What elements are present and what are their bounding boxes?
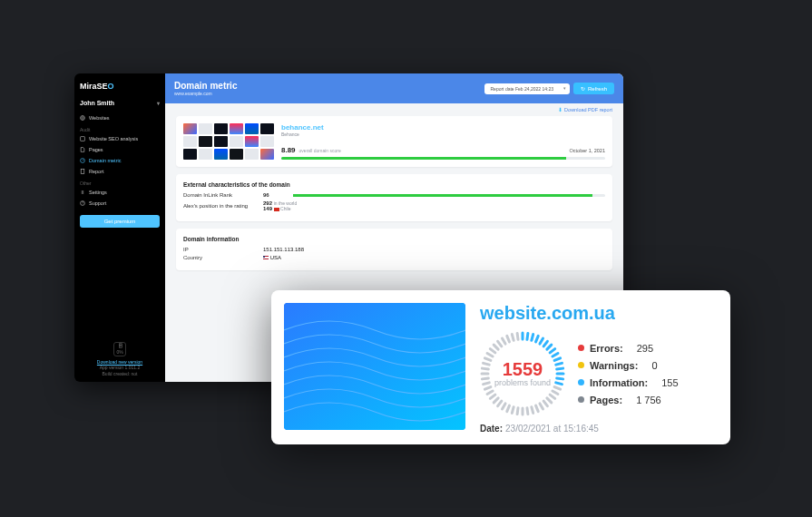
- overall-score-date: October 1, 2021: [570, 148, 605, 153]
- dot-info-icon: [578, 379, 584, 385]
- get-premium-button[interactable]: Get premium: [80, 215, 160, 228]
- dot-error-icon: [578, 345, 584, 351]
- refresh-icon: ↻: [581, 85, 585, 92]
- table-row: Country USA: [183, 255, 605, 260]
- settings-icon: [80, 190, 85, 195]
- stat-errors: Errors: 295: [578, 343, 679, 354]
- gauge-label: problems found: [494, 378, 551, 387]
- chevron-down-icon: ▾: [157, 100, 160, 106]
- sidebar-item-label: Domain metric: [89, 158, 121, 163]
- sidebar-group-label: Other: [80, 177, 160, 187]
- storage-indicator: 🗄 0%: [113, 342, 126, 356]
- gauge-value: 1559: [503, 360, 543, 378]
- svg-rect-3: [81, 170, 84, 174]
- stat-information: Information: 155: [578, 377, 679, 388]
- download-icon: ⬇: [558, 107, 563, 112]
- download-pdf-link[interactable]: ⬇Download PDF report: [165, 103, 623, 116]
- sidebar-item-label: Pages: [89, 147, 103, 152]
- sidebar-item-label: Support: [89, 200, 106, 206]
- card-title: External characteristics of the domain: [183, 181, 605, 188]
- domain-link[interactable]: behance.net: [281, 123, 605, 132]
- report-date-select[interactable]: Report date Feb 24,2022 14:23: [484, 83, 570, 94]
- report-date: Date:23/02/2021 at 15:16:45: [480, 424, 718, 434]
- domain-info-card: Domain information IP 151.151.113.188 Co…: [176, 229, 612, 270]
- overall-score-value: 8.89: [281, 146, 296, 154]
- refresh-button[interactable]: ↻ Refresh: [573, 83, 614, 94]
- globe-icon: [80, 115, 85, 121]
- sidebar-group-label: Audit: [80, 123, 160, 133]
- svg-rect-1: [81, 137, 85, 141]
- sidebar: MiraSEO John Smith ▾ Websites Audit Webs…: [74, 73, 165, 382]
- sidebar-item-report[interactable]: Report: [80, 166, 160, 177]
- svg-text:?: ?: [82, 201, 83, 205]
- metric-icon: [80, 158, 85, 163]
- sidebar-item-seo-analysis[interactable]: Website SEO analysis: [80, 133, 160, 144]
- sidebar-item-pages[interactable]: Pages: [80, 144, 160, 155]
- page-title: Domain metric: [174, 81, 237, 91]
- flag-chile-icon: [274, 208, 279, 211]
- table-row: Alex's position in the rating 292 in the…: [183, 200, 605, 211]
- stat-warnings: Warnings: 0: [578, 360, 679, 371]
- dot-pages-icon: [578, 396, 584, 403]
- domain-source: Behance: [281, 132, 605, 137]
- site-thumbnail: [284, 303, 465, 430]
- user-name: John Smith: [80, 100, 114, 106]
- card-title: Domain information: [183, 236, 605, 242]
- sidebar-item-support[interactable]: ? Support: [80, 198, 160, 209]
- dot-warning-icon: [578, 362, 584, 368]
- stats-list: Errors: 295 Warnings: 0 Information: 155…: [578, 343, 679, 405]
- support-icon: ?: [80, 200, 85, 206]
- sidebar-item-domain-metric[interactable]: Domain metric: [80, 155, 160, 166]
- sidebar-item-label: Websites: [89, 115, 110, 121]
- flag-usa-icon: [263, 256, 269, 259]
- sidebar-item-settings[interactable]: Settings: [80, 187, 160, 198]
- user-menu[interactable]: John Smith ▾: [80, 100, 160, 106]
- overall-score-label: overall domain score: [299, 148, 566, 153]
- page-subtitle: www.example.com: [174, 91, 237, 96]
- pages-icon: [80, 147, 85, 152]
- overlay-domain[interactable]: website.com.ua: [480, 303, 718, 324]
- sidebar-footer: 🗄 0% Download new version App version 1.…: [80, 342, 160, 377]
- page-header: Domain metric www.example.com Report dat…: [165, 73, 623, 103]
- analysis-icon: [80, 136, 85, 141]
- screenshot-thumbnails: [183, 123, 274, 160]
- sidebar-item-label: Website SEO analysis: [89, 136, 138, 141]
- table-row: IP 151.151.113.188: [183, 247, 605, 252]
- build-created: Build created: not: [80, 371, 160, 377]
- brand-logo: MiraSEO: [80, 82, 160, 91]
- sidebar-item-label: Settings: [89, 190, 107, 195]
- overview-card: behance.net Behance 8.89 overall domain …: [176, 116, 612, 167]
- stat-pages: Pages: 1 756: [578, 395, 679, 405]
- sidebar-item-websites[interactable]: Websites: [80, 112, 160, 123]
- summary-overlay-card: website.com.ua 1559 problems found Error…: [271, 290, 730, 444]
- inlink-rank-bar: [293, 194, 605, 197]
- report-icon: [80, 169, 85, 174]
- problems-gauge: 1559 problems found: [480, 331, 565, 416]
- overall-score-bar: [281, 157, 605, 160]
- characteristics-card: External characteristics of the domain D…: [176, 174, 612, 221]
- refresh-label: Refresh: [588, 86, 607, 92]
- sidebar-item-label: Report: [89, 169, 104, 174]
- table-row: Domain InLink Rank 96: [183, 192, 605, 198]
